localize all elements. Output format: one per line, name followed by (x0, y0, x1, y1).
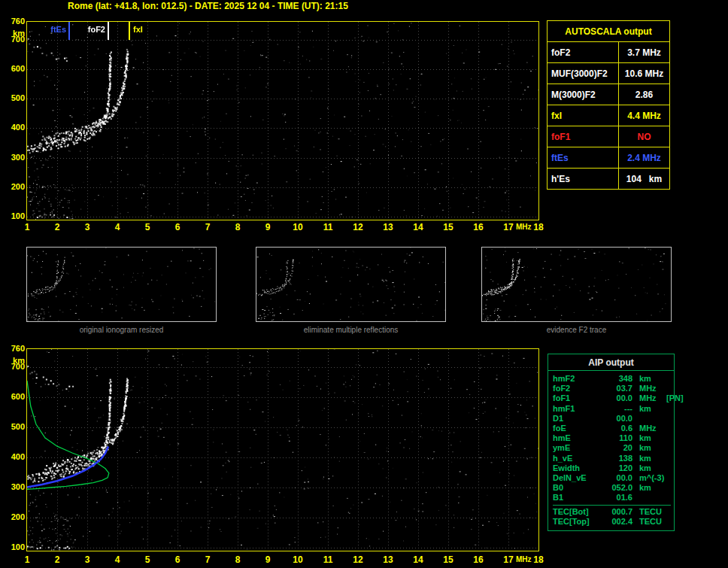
x-axis-tick-label: 1 (19, 554, 35, 565)
y-axis-tick-label: 600 (2, 392, 25, 401)
bottom-plot-x-axis: 123456789101112131415161718MHz (27, 554, 554, 566)
thumbnail-caption-original: original ionogram resized (26, 326, 217, 334)
autoscala-row: fxI4.4 MHz (548, 105, 670, 126)
x-axis-tick-label: 1 (19, 222, 35, 232)
y-axis-tick-label: 100 (2, 211, 25, 220)
bottom-ionogram-plot (26, 348, 539, 551)
aip-row: h_vE138km (553, 454, 671, 463)
aip-cell-v: 03.7 (599, 384, 632, 393)
x-axis-tick-label: 13 (380, 554, 396, 565)
x-axis-tick-label: 5 (139, 554, 156, 565)
autoscala-row: MUF(3000)F210.6 MHz (548, 63, 670, 84)
autoscala-row: M(3000)F22.86 (548, 84, 670, 105)
thumbnail-no-reflections-canvas (256, 248, 445, 321)
aip-cell-e (664, 454, 671, 463)
aip-cell-n: foF1 (553, 393, 599, 403)
aip-cell-e (664, 473, 671, 483)
autoscala-param-label: h'Es (548, 169, 619, 190)
aip-cell-v: 00.0 (599, 473, 632, 483)
aip-cell-v: 348 (599, 374, 632, 384)
autoscala-param-value: 2.4 MHz (619, 147, 670, 169)
autoscala-param-label: MUF(3000)F2 (548, 63, 619, 84)
aip-cell-v: 110 (599, 433, 632, 443)
main-plot-y-axis: 760km700600500400300200100 (2, 21, 25, 219)
aip-cell-u: TECU (632, 517, 664, 527)
aip-cell-e (664, 414, 671, 424)
aip-row: TEC[Top]002.4TECU (553, 517, 671, 527)
aip-output-panel: AIP output hmF2348kmfoF203.7MHzfoF100.0M… (548, 354, 675, 531)
x-axis-unit-label: MHz (516, 555, 532, 563)
y-axis-tick-label: 500 (2, 93, 25, 102)
thumbnail-f2-trace-canvas (482, 248, 671, 321)
x-axis-tick-label: 13 (380, 222, 396, 232)
autoscala-param-label: foF2 (548, 42, 619, 63)
aip-cell-e (664, 463, 671, 473)
aip-cell-u: MHz (632, 384, 664, 393)
bottom-plot-y-axis: 760km700600500400300200100 (2, 348, 25, 550)
aip-cell-e (664, 374, 671, 384)
x-axis-tick-label: 12 (350, 222, 366, 232)
aip-cell-n: hmF1 (553, 404, 599, 414)
aip-row: D100.0 (553, 414, 671, 424)
aip-cell-v: 0.6 (599, 424, 632, 433)
aip-cell-n: foF2 (553, 384, 599, 393)
y-axis-tick-label: 700 (2, 362, 25, 371)
x-axis-tick-label: 2 (49, 554, 65, 565)
x-axis-tick-label: 6 (169, 554, 186, 565)
x-axis-tick-label: 15 (440, 222, 457, 232)
autoscala-param-label: M(3000)F2 (548, 84, 619, 105)
aip-row: hmF2348km (553, 374, 671, 384)
x-axis-tick-label: 14 (410, 222, 426, 232)
autoscala-row: foF1NO (548, 126, 670, 147)
aip-cell-u: MHz (632, 393, 664, 403)
critical-frequency-marker-label: ftEs (50, 25, 66, 34)
aip-cell-u: km (632, 454, 664, 463)
x-axis-tick-label: 4 (109, 222, 126, 232)
y-axis-tick-label: 300 (2, 482, 25, 491)
aip-cell-u (632, 414, 664, 424)
aip-cell-u: km (632, 443, 664, 453)
x-axis-tick-label: 6 (169, 222, 186, 232)
aip-cell-v: 052.0 (599, 483, 632, 493)
aip-cell-v: --- (599, 404, 632, 414)
aip-cell-v: 002.4 (599, 517, 632, 527)
x-axis-tick-label: 8 (229, 222, 246, 232)
aip-cell-n: TEC[Top] (553, 517, 599, 527)
autoscala-table-rows: foF23.7 MHzMUF(3000)F210.6 MHzM(3000)F22… (548, 42, 670, 190)
x-axis-tick-label: 10 (290, 222, 306, 232)
aip-row: DelN_vE00.0m^(-3) (553, 473, 671, 483)
aip-cell-n: B0 (553, 483, 599, 493)
aip-cell-e (664, 507, 671, 517)
x-axis-tick-label: 17 (500, 554, 517, 565)
aip-cell-v: 00.0 (599, 393, 632, 403)
autoscala-param-value: 2.86 (619, 84, 670, 105)
autoscala-param-value: 10.6 MHz (619, 63, 670, 84)
x-axis-tick-label: 18 (530, 222, 547, 232)
y-axis-tick-label: 100 (2, 542, 25, 551)
x-axis-tick-label: 5 (139, 222, 156, 232)
station-header: Rome (lat: +41.8, lon: 012.5) - DATE: 20… (68, 1, 348, 11)
aip-cell-n: h_vE (553, 454, 599, 463)
aip-cell-u: m^(-3) (632, 473, 664, 483)
aip-cell-u: km (632, 483, 664, 493)
aip-cell-v: 20 (599, 443, 632, 453)
x-axis-unit-label: MHz (516, 223, 532, 231)
aip-cell-e (664, 404, 671, 414)
x-axis-tick-label: 8 (229, 554, 246, 565)
aip-cell-n: hmF2 (553, 374, 599, 384)
y-axis-tick-label: 500 (2, 422, 25, 431)
aip-cell-n: B1 (553, 493, 599, 503)
x-axis-tick-label: 3 (79, 554, 96, 565)
aip-cell-v: 138 (599, 454, 632, 463)
aip-cell-u: MHz (632, 424, 664, 433)
aip-panel-title: AIP output (548, 354, 674, 371)
aip-cell-v: 00.0 (599, 414, 632, 424)
aip-row: foE0.6MHz (553, 424, 671, 433)
x-axis-tick-label: 17 (500, 222, 517, 232)
y-axis-tick-label: 300 (2, 153, 25, 162)
autoscala-row: h'Es104 km (548, 169, 670, 190)
aip-row: ymE20km (553, 443, 671, 453)
critical-frequency-marker-label: fxI (133, 25, 143, 34)
aip-cell-e (664, 433, 671, 443)
autoscala-row: ftEs2.4 MHz (548, 147, 670, 169)
